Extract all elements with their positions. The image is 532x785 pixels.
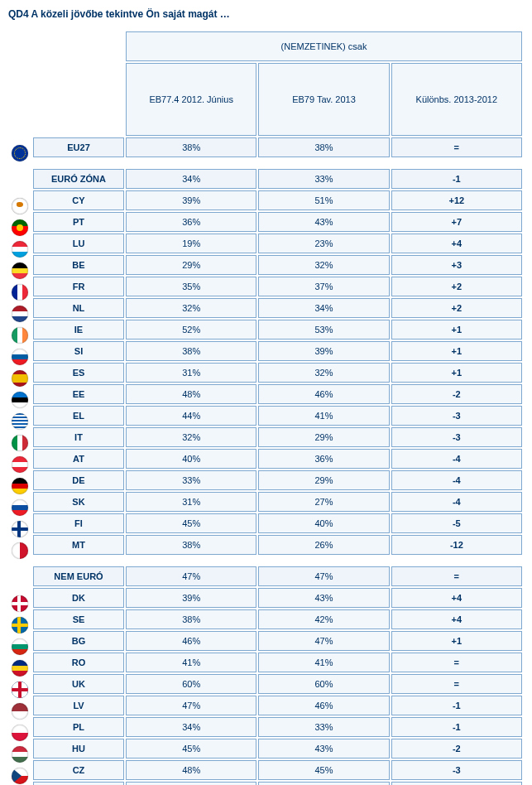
value-2012: 34% [126,169,256,189]
value-diff: +2 [391,298,522,318]
value-diff: +7 [391,212,522,232]
table-row: SI38%39%+1 [33,341,522,361]
row-label: CZ [33,760,124,780]
flag-icon [12,681,28,698]
row-label: EU27 [33,137,124,157]
flag-slot [12,701,28,721]
value-2013: 43% [258,739,389,759]
flag-slot [12,282,28,302]
question-title: QD4 A közeli jövőbe tekintve Ön saját ma… [8,8,524,20]
row-label: BG [33,631,124,651]
flag-icon [12,478,28,494]
value-diff: -4 [391,470,522,490]
flag-slot [12,325,28,345]
value-2012: 41% [126,653,256,672]
table-row: LU19%23%+4 [33,234,522,253]
value-2012: 44% [126,406,256,426]
flag-slot [12,218,28,238]
value-2013: 37% [258,277,389,296]
flag-slot [12,744,28,764]
row-label: FR [33,277,124,296]
row-label: LT [33,782,124,785]
table-row: EURÓ ZÓNA34%33%-1 [33,169,522,189]
value-2013: 46% [258,384,389,404]
row-label: EL [33,406,124,426]
value-diff: -3 [391,406,522,426]
flag-slot [12,239,28,259]
value-diff: +1 [391,341,522,361]
flag-icon [12,145,28,161]
row-label: PT [33,212,124,232]
flag-slot [12,615,28,635]
value-diff: = [391,566,522,586]
value-2012: 40% [126,449,256,469]
table-row: RO41%41%= [33,653,522,672]
value-2013: 47% [258,566,389,586]
value-diff: +1 [391,363,522,383]
value-2012: 60% [126,674,256,694]
table-row: PT36%43%+7 [33,212,522,232]
flag-slot [12,723,28,743]
row-label: CY [33,190,124,210]
flag-icon [12,725,28,741]
row-label: DK [33,588,124,608]
value-diff: +4 [391,588,522,608]
flag-icon [12,284,28,301]
table-row: MT38%26%-12 [33,535,522,555]
value-diff: -4 [391,492,522,512]
value-diff: +1 [391,320,522,340]
value-2012: 38% [126,535,256,555]
row-label: LV [33,696,124,715]
value-2013: 39% [258,341,389,361]
flag-icon [12,413,28,430]
value-2013: 34% [258,298,389,318]
table-row: EU2738%38%= [33,137,522,157]
flag-slot [12,476,28,496]
value-2012: 38% [126,609,256,629]
flag-icon [12,542,28,559]
value-2012: 32% [126,427,256,447]
value-diff: +4 [391,609,522,629]
value-diff: = [391,674,522,694]
value-2013: 47% [258,631,389,651]
value-2013: 29% [258,427,389,447]
spacer-row [33,556,522,565]
value-2013: 29% [258,470,389,490]
row-label: SI [33,341,124,361]
value-2012: 48% [126,384,256,404]
value-2012: 29% [126,255,256,275]
value-diff: -1 [391,169,522,189]
table-row: CY39%51%+12 [33,190,522,210]
table-row: NEM EURÓ47%47%= [33,566,522,586]
row-label: DE [33,470,124,490]
flag-icon [12,499,28,516]
row-label: FI [33,513,124,533]
table-row: DE33%29%-4 [33,470,522,490]
table-wrap: (NEMZETINEK) csak EB77.4 2012. Június EB… [8,30,524,785]
flag-slot [12,594,28,614]
value-2012: 36% [126,212,256,232]
table-row: PL34%33%-1 [33,717,522,737]
row-label: BE [33,255,124,275]
value-diff: -4 [391,449,522,469]
value-2012: 38% [126,341,256,361]
flag-slot [12,368,28,388]
value-diff: -2 [391,739,522,759]
table-row: LV47%46%-1 [33,696,522,715]
value-2013: 45% [258,760,389,780]
flag-icon [12,768,28,784]
value-2013: 32% [258,255,389,275]
row-label: RO [33,653,124,672]
value-2012: 45% [126,513,256,533]
flag-slot [12,433,28,453]
value-2012: 46% [126,631,256,651]
row-label: MT [33,535,124,555]
flag-icon [12,327,28,344]
value-2013: 38% [258,137,389,157]
table-row: UK60%60%= [33,674,522,694]
flag-slot [12,412,28,431]
flag-slot [12,680,28,700]
header-col1: EB77.4 2012. Június [126,63,256,136]
row-label: NL [33,298,124,318]
table-row: DK39%43%+4 [33,588,522,608]
